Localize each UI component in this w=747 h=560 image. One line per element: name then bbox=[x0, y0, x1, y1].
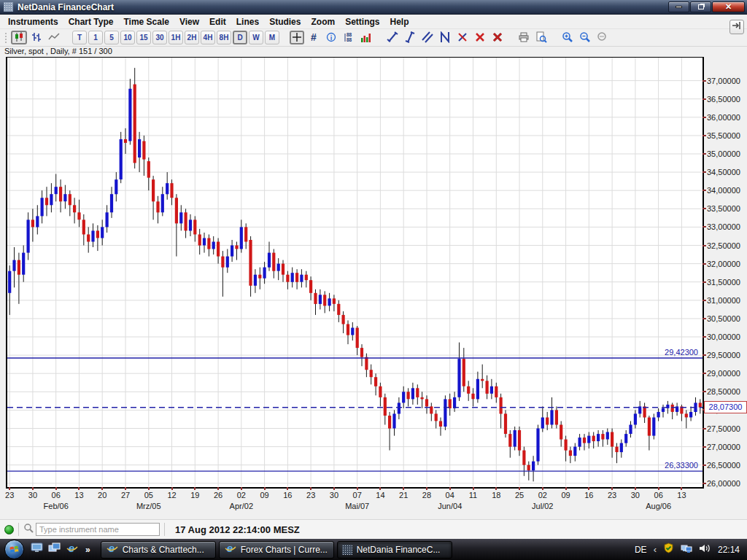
taskbar-button-2[interactable]: eForex Charts | Curre... bbox=[219, 541, 334, 559]
zoom-in-button[interactable] bbox=[560, 31, 576, 44]
candlestick-plot[interactable]: 29,4230026,33300 bbox=[6, 57, 704, 489]
grid-button[interactable]: # bbox=[306, 31, 322, 44]
x-axis-tick bbox=[125, 487, 126, 490]
menu-chart-type[interactable]: Chart Type bbox=[63, 15, 119, 28]
price-labels-icon: 8888 bbox=[343, 31, 355, 44]
timescale-d-button[interactable]: D bbox=[233, 31, 247, 44]
x-axis-day-label: 04 bbox=[446, 491, 454, 499]
timescale-15-button[interactable]: 15 bbox=[136, 31, 151, 44]
x-axis-day-label: 16 bbox=[584, 491, 593, 499]
timescale-4h-button[interactable]: 4H bbox=[201, 31, 215, 44]
tray-security-shield[interactable] bbox=[663, 542, 674, 556]
y-axis-label: 31,00000 bbox=[707, 296, 747, 305]
trendline-icon bbox=[387, 31, 398, 44]
line-chart-button[interactable] bbox=[46, 31, 62, 44]
zoom-off-button[interactable] bbox=[595, 31, 611, 44]
menu-edit[interactable]: Edit bbox=[204, 15, 231, 28]
price-labels-button[interactable]: 8888 bbox=[341, 31, 357, 44]
dock-panel-icon bbox=[732, 20, 742, 34]
x-axis-month-label: Aug/06 bbox=[646, 502, 671, 510]
timescale-t-button[interactable]: T bbox=[72, 31, 87, 44]
taskbar-clock[interactable]: 22:14 bbox=[718, 545, 740, 555]
menu-help[interactable]: Help bbox=[384, 15, 414, 28]
bar-chart-icon bbox=[31, 31, 42, 44]
language-indicator[interactable]: DE bbox=[635, 545, 647, 555]
y-axis-label: 35,50000 bbox=[707, 131, 747, 140]
erase-line-button[interactable] bbox=[454, 31, 471, 44]
menu-view[interactable]: View bbox=[174, 15, 204, 28]
menu-lines[interactable]: Lines bbox=[231, 15, 264, 28]
timescale-w-button[interactable]: W bbox=[249, 31, 263, 44]
menu-instruments[interactable]: Instruments bbox=[3, 15, 63, 28]
taskbar-button-3[interactable]: NetDania FinanceC... bbox=[337, 541, 452, 559]
x-axis-day-label: 13 bbox=[677, 491, 686, 499]
print-preview-button[interactable] bbox=[533, 31, 549, 44]
x-axis-tick bbox=[241, 487, 242, 490]
x-axis-day-label: 02 bbox=[538, 491, 547, 499]
quicklaunch-overflow[interactable]: » bbox=[85, 545, 90, 555]
menu-studies[interactable]: Studies bbox=[264, 15, 306, 28]
timescale-2h-button[interactable]: 2H bbox=[185, 31, 199, 44]
trendline-button[interactable] bbox=[384, 31, 400, 44]
bar-chart-button[interactable] bbox=[28, 31, 44, 44]
x-axis-day-label: 09 bbox=[260, 491, 268, 499]
parallel-lines-button[interactable] bbox=[437, 31, 453, 44]
crosshair-button[interactable] bbox=[290, 31, 304, 44]
tray-expand-chevron[interactable]: ‹ bbox=[654, 544, 657, 555]
timescale-8h-button[interactable]: 8H bbox=[217, 31, 231, 44]
timescale-30-button[interactable]: 30 bbox=[152, 31, 167, 44]
x-axis-tick bbox=[287, 487, 288, 490]
dock-panel-button[interactable] bbox=[729, 20, 744, 34]
quicklaunch-internet-explorer[interactable]: e bbox=[65, 543, 78, 556]
timescale-1h-button[interactable]: 1H bbox=[169, 31, 183, 44]
timescale-1-button[interactable]: 1 bbox=[88, 31, 103, 44]
y-axis-tick bbox=[703, 428, 706, 429]
x-axis-tick bbox=[588, 487, 589, 490]
minimize-button[interactable] bbox=[668, 1, 689, 12]
timescale-10-button[interactable]: 10 bbox=[120, 31, 135, 44]
line-chart-icon bbox=[48, 31, 60, 44]
print-button[interactable] bbox=[516, 31, 532, 44]
menu-settings[interactable]: Settings bbox=[340, 15, 384, 28]
tray-speaker[interactable] bbox=[699, 543, 711, 556]
trend-channel-icon bbox=[422, 31, 433, 44]
y-axis-tick bbox=[703, 464, 706, 466]
print-icon bbox=[518, 31, 530, 44]
x-axis-tick bbox=[495, 487, 497, 490]
instrument-search-input[interactable] bbox=[36, 523, 160, 536]
taskbar-button-1[interactable]: eCharts & Charttech... bbox=[101, 541, 216, 559]
zoom-out-button[interactable] bbox=[577, 31, 593, 44]
timescale-5-button[interactable]: 5 bbox=[104, 31, 119, 44]
menu-zoom[interactable]: Zoom bbox=[306, 15, 340, 28]
tray-network[interactable] bbox=[681, 543, 692, 556]
restore-button[interactable] bbox=[690, 1, 711, 12]
delete-line-button[interactable] bbox=[472, 31, 488, 44]
trendline-steep-button[interactable] bbox=[402, 31, 418, 44]
quicklaunch-show-desktop[interactable] bbox=[30, 543, 43, 556]
close-button[interactable]: ✕ bbox=[712, 1, 745, 12]
y-axis-tick bbox=[703, 318, 706, 319]
y-axis-tick bbox=[703, 135, 706, 136]
y-axis-tick bbox=[703, 281, 706, 283]
menubar: InstrumentsChart TypeTime ScaleViewEditL… bbox=[0, 15, 747, 29]
x-axis-day-label: 11 bbox=[469, 491, 477, 499]
menu-time-scale[interactable]: Time Scale bbox=[118, 15, 174, 28]
start-button[interactable] bbox=[4, 540, 24, 559]
x-axis-tick bbox=[55, 487, 57, 490]
trend-channel-button[interactable] bbox=[419, 31, 436, 44]
x-axis-day-label: 28 bbox=[422, 491, 431, 499]
y-axis-tick bbox=[703, 80, 706, 82]
delete-all-lines-button[interactable] bbox=[489, 31, 506, 44]
show-desktop-icon bbox=[31, 542, 43, 556]
application-window: NetDania FinanceChart ✕ InstrumentsChart… bbox=[0, 0, 747, 560]
quicklaunch-window-switcher[interactable] bbox=[47, 543, 61, 556]
timescale-m-button[interactable]: M bbox=[265, 31, 279, 44]
x-axis-tick bbox=[681, 487, 682, 490]
candlestick-chart-button[interactable] bbox=[11, 31, 27, 44]
parallel-lines-icon bbox=[439, 31, 451, 44]
info-button[interactable]: i bbox=[323, 31, 339, 44]
y-axis-label: 26,00000 bbox=[707, 479, 747, 488]
toolbar-drag-handle[interactable] bbox=[4, 32, 7, 44]
server-timestamp: 17 Aug 2012 22:14:00 MESZ bbox=[175, 524, 300, 535]
volume-histogram-button[interactable] bbox=[358, 31, 374, 44]
